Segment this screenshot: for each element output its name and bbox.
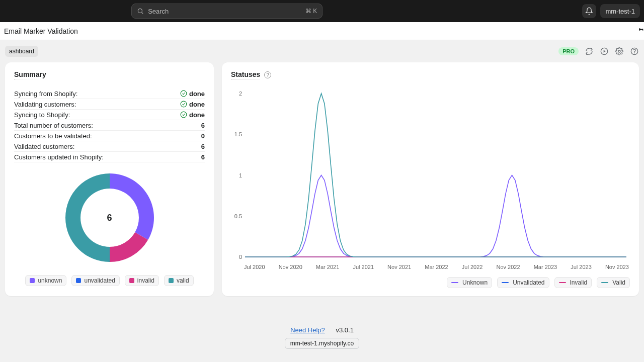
- svg-text:2: 2: [239, 90, 242, 97]
- footer: Need Help? v3.0.1 mm-test-1.myshopify.co: [0, 326, 644, 349]
- notifications-button[interactable]: [582, 4, 596, 18]
- need-help-link[interactable]: Need Help?: [290, 326, 325, 334]
- svg-point-8: [181, 101, 187, 107]
- svg-text:0.5: 0.5: [234, 213, 242, 219]
- legend-unvalidated[interactable]: unvalidated: [71, 275, 119, 286]
- help-icon: [630, 47, 638, 55]
- gear-icon: [615, 47, 623, 55]
- subheader: ashboard PRO: [0, 40, 644, 62]
- check-circle-icon: [180, 101, 187, 108]
- summary-donut: 6: [14, 172, 205, 263]
- legend-s-invalid[interactable]: Invalid: [554, 277, 592, 288]
- svg-point-9: [181, 112, 187, 118]
- pin-button[interactable]: [637, 26, 644, 33]
- search-placeholder: Search: [148, 8, 169, 15]
- line-chart-svg: 00.511.52: [231, 88, 628, 262]
- topbar: Search ⌘ K mm-test-1: [0, 0, 644, 22]
- svg-point-4: [618, 50, 620, 52]
- refresh-icon: [585, 47, 593, 55]
- summary-card: Summary Syncing from Shopify: done Valid…: [5, 62, 214, 296]
- row-validated: Validated customers: 6: [14, 141, 205, 152]
- tab-dashboard[interactable]: ashboard: [5, 46, 38, 57]
- svg-point-0: [138, 9, 142, 13]
- row-updated: Customers updated in Shopify: 6: [14, 152, 205, 162]
- global-search[interactable]: Search ⌘ K: [131, 4, 323, 19]
- help-button[interactable]: [630, 47, 639, 55]
- row-sync-from: Syncing from Shopify: done: [14, 88, 205, 99]
- legend-unknown[interactable]: unknown: [25, 275, 66, 286]
- status-done: done: [180, 90, 205, 98]
- legend-invalid[interactable]: invalid: [125, 275, 159, 286]
- svg-text:1.5: 1.5: [234, 131, 242, 137]
- play-circle-icon: [600, 47, 608, 55]
- x-axis-labels: Jul 2020Nov 2020Mar 2021Jul 2021Nov 2021…: [231, 262, 630, 270]
- check-circle-icon: [180, 111, 187, 118]
- shop-domain: mm-test-1.myshopify.co: [285, 338, 359, 349]
- row-sync-to: Syncing to Shopify: done: [14, 110, 205, 120]
- statuses-title: Statuses: [231, 70, 260, 79]
- statuses-help[interactable]: ?: [264, 71, 271, 78]
- svg-point-6: [634, 53, 635, 53]
- legend-valid[interactable]: valid: [164, 275, 194, 286]
- store-name: mm-test-1: [605, 8, 635, 15]
- statuses-line-chart: 00.511.52 Jul 2020Nov 2020Mar 2021Jul 20…: [231, 88, 630, 270]
- bell-icon: [585, 7, 593, 15]
- row-total: Total number of customers: 6: [14, 120, 205, 131]
- statuses-card: Statuses ? 00.511.52 Jul 2020Nov 2020Mar…: [222, 62, 639, 296]
- statuses-legend: Unknown Unvalidated Invalid Valid: [231, 277, 630, 288]
- sync-button[interactable]: [585, 47, 594, 55]
- donut-center-value: 6: [107, 213, 112, 223]
- legend-s-valid[interactable]: Valid: [597, 277, 630, 288]
- row-to-validate: Customers to be validated: 0: [14, 131, 205, 141]
- titlebar: Email Marker Validation: [0, 22, 644, 40]
- svg-text:0: 0: [239, 254, 242, 260]
- pin-icon: [637, 26, 644, 33]
- svg-line-1: [142, 13, 143, 14]
- legend-s-unknown[interactable]: Unknown: [447, 277, 492, 288]
- legend-s-unvalidated[interactable]: Unvalidated: [497, 277, 549, 288]
- search-icon: [137, 8, 144, 15]
- version-label: v3.0.1: [336, 326, 353, 334]
- summary-legend: unknown unvalidated invalid valid: [14, 275, 205, 286]
- page-title: Email Marker Validation: [4, 27, 78, 35]
- check-circle-icon: [180, 90, 187, 97]
- svg-point-7: [181, 90, 187, 97]
- settings-button[interactable]: [615, 47, 624, 55]
- store-switcher[interactable]: mm-test-1: [600, 4, 640, 18]
- svg-marker-3: [604, 50, 606, 52]
- svg-text:1: 1: [239, 172, 242, 178]
- row-validating: Validating customers: done: [14, 99, 205, 110]
- run-button[interactable]: [600, 47, 609, 55]
- summary-title: Summary: [14, 70, 46, 79]
- search-kbd-hint: ⌘ K: [305, 8, 317, 15]
- pro-badge: PRO: [558, 47, 579, 55]
